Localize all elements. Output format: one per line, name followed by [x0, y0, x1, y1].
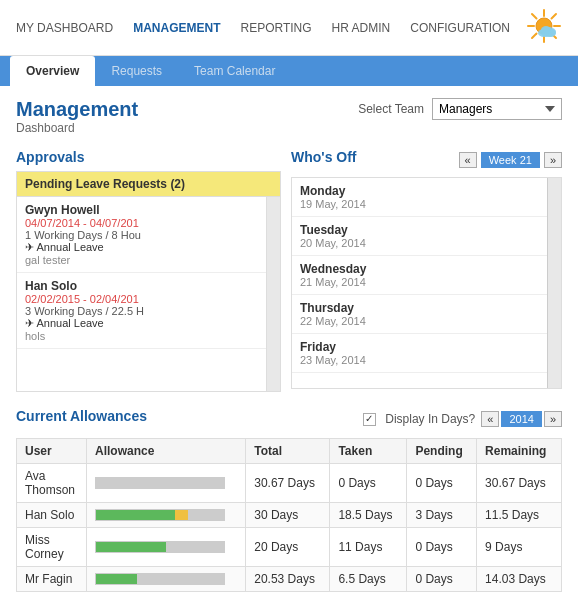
allowances-taken-3: 6.5 Days	[330, 567, 407, 592]
page-subtitle: Dashboard	[16, 121, 138, 135]
day-name-3: Thursday	[300, 301, 553, 315]
display-in-days-label: Display In Days?	[385, 412, 475, 426]
allowances-total-2: 20 Days	[246, 528, 330, 567]
approvals-panel: Approvals Pending Leave Requests (2) Gwy…	[16, 149, 281, 392]
day-date-2: 21 May, 2014	[300, 276, 553, 288]
approval-item-0[interactable]: Gwyn Howell 04/07/2014 - 04/07/201 1 Wor…	[17, 197, 266, 273]
year-nav: « 2014 »	[481, 411, 562, 427]
svg-line-7	[552, 14, 557, 19]
day-date-1: 20 May, 2014	[300, 237, 553, 249]
logo-icon	[526, 8, 562, 47]
col-remaining: Remaining	[477, 439, 562, 464]
allowances-row-1: Han Solo30 Days18.5 Days3 Days11.5 Days	[17, 503, 562, 528]
col-taken: Taken	[330, 439, 407, 464]
allowances-section: Current Allowances Display In Days? « 20…	[16, 408, 562, 592]
whosoff-next-btn[interactable]: »	[544, 152, 562, 168]
allowances-bar-1	[87, 503, 246, 528]
allowances-bar-2	[87, 528, 246, 567]
allowances-table: User Allowance Total Taken Pending Remai…	[16, 438, 562, 592]
approval-note-1: hols	[25, 330, 258, 342]
tab-requests[interactable]: Requests	[95, 56, 178, 86]
approval-dates-0: 04/07/2014 - 04/07/201	[25, 217, 258, 229]
allowances-title: Current Allowances	[16, 408, 147, 424]
allowances-total-0: 30.67 Days	[246, 464, 330, 503]
allowances-pending-3: 0 Days	[407, 567, 477, 592]
col-pending: Pending	[407, 439, 477, 464]
whosoff-title: Who's Off	[291, 149, 357, 165]
year-next-btn[interactable]: »	[544, 411, 562, 427]
svg-line-5	[532, 14, 537, 19]
allowances-row-2: Miss Corney20 Days11 Days0 Days9 Days	[17, 528, 562, 567]
approvals-title: Approvals	[16, 149, 281, 165]
col-allowance: Allowance	[87, 439, 246, 464]
approvals-items: Gwyn Howell 04/07/2014 - 04/07/201 1 Wor…	[17, 197, 266, 391]
col-total: Total	[246, 439, 330, 464]
allowances-remaining-2: 9 Days	[477, 528, 562, 567]
svg-line-8	[532, 34, 537, 39]
year-prev-btn[interactable]: «	[481, 411, 499, 427]
page-title-block: Management Dashboard	[16, 98, 138, 135]
whosoff-prev-btn[interactable]: «	[459, 152, 477, 168]
svg-point-12	[541, 26, 551, 34]
allowances-taken-0: 0 Days	[330, 464, 407, 503]
col-user: User	[17, 439, 87, 464]
tab-team-calendar[interactable]: Team Calendar	[178, 56, 291, 86]
plane-icon-0: ✈	[25, 241, 36, 253]
allowances-bar-3	[87, 567, 246, 592]
day-row-1: Tuesday 20 May, 2014	[292, 217, 561, 256]
tab-bar: Overview Requests Team Calendar	[0, 56, 578, 86]
year-label: 2014	[501, 411, 541, 427]
allowances-header-row: User Allowance Total Taken Pending Remai…	[17, 439, 562, 464]
allowances-remaining-0: 30.67 Days	[477, 464, 562, 503]
approval-name-0: Gwyn Howell	[25, 203, 258, 217]
day-name-0: Monday	[300, 184, 553, 198]
whosoff-header: Who's Off « Week 21 »	[291, 149, 562, 171]
allowances-taken-1: 18.5 Days	[330, 503, 407, 528]
allowances-user-3: Mr Fagin	[17, 567, 87, 592]
select-team-label: Select Team	[358, 102, 424, 116]
approval-name-1: Han Solo	[25, 279, 258, 293]
page-content: Management Dashboard Select Team Manager…	[0, 86, 578, 593]
whosoff-scrollbar[interactable]	[547, 178, 561, 388]
approval-item-1[interactable]: Han Solo 02/02/2015 - 02/04/201 3 Workin…	[17, 273, 266, 349]
allowances-total-1: 30 Days	[246, 503, 330, 528]
nav-configuration[interactable]: CONFIGURATION	[410, 21, 510, 35]
day-row-3: Thursday 22 May, 2014	[292, 295, 561, 334]
whosoff-nav: « Week 21 »	[459, 152, 562, 168]
select-team-dropdown[interactable]: Managers	[432, 98, 562, 120]
day-date-0: 19 May, 2014	[300, 198, 553, 210]
day-date-4: 23 May, 2014	[300, 354, 553, 366]
display-in-days-checkbox[interactable]	[363, 413, 376, 426]
tab-overview[interactable]: Overview	[10, 56, 95, 86]
allowances-header: Current Allowances Display In Days? « 20…	[16, 408, 562, 430]
whosoff-panel: Who's Off « Week 21 » Monday 19 May, 201…	[291, 149, 562, 392]
allowances-taken-2: 11 Days	[330, 528, 407, 567]
nav-management[interactable]: MANAGEMENT	[133, 21, 220, 35]
day-name-1: Tuesday	[300, 223, 553, 237]
day-date-3: 22 May, 2014	[300, 315, 553, 327]
approval-days-0: 1 Working Days / 8 Hou	[25, 229, 258, 241]
nav-my-dashboard[interactable]: MY DASHBOARD	[16, 21, 113, 35]
nav-reporting[interactable]: REPORTING	[240, 21, 311, 35]
nav-hr-admin[interactable]: HR ADMIN	[332, 21, 391, 35]
nav-links: MY DASHBOARD MANAGEMENT REPORTING HR ADM…	[16, 21, 510, 35]
page-title: Management	[16, 98, 138, 121]
day-row-2: Wednesday 21 May, 2014	[292, 256, 561, 295]
day-row-0: Monday 19 May, 2014	[292, 178, 561, 217]
approvals-list: Gwyn Howell 04/07/2014 - 04/07/201 1 Wor…	[16, 197, 281, 392]
approval-leavetype-0: ✈ Annual Leave	[25, 241, 258, 254]
approval-note-0: gal tester	[25, 254, 258, 266]
allowances-remaining-3: 14.03 Days	[477, 567, 562, 592]
approvals-scrollbar[interactable]	[266, 197, 280, 391]
approval-leavetype-1: ✈ Annual Leave	[25, 317, 258, 330]
day-row-4: Friday 23 May, 2014	[292, 334, 561, 373]
plane-icon-1: ✈	[25, 317, 36, 329]
allowances-user-1: Han Solo	[17, 503, 87, 528]
week-label: Week 21	[481, 152, 540, 168]
allowances-controls: Display In Days? « 2014 »	[363, 411, 562, 427]
approval-dates-1: 02/02/2015 - 02/04/201	[25, 293, 258, 305]
allowances-row-0: Ava Thomson30.67 Days0 Days0 Days30.67 D…	[17, 464, 562, 503]
allowances-remaining-1: 11.5 Days	[477, 503, 562, 528]
allowances-total-3: 20.53 Days	[246, 567, 330, 592]
allowances-pending-2: 0 Days	[407, 528, 477, 567]
